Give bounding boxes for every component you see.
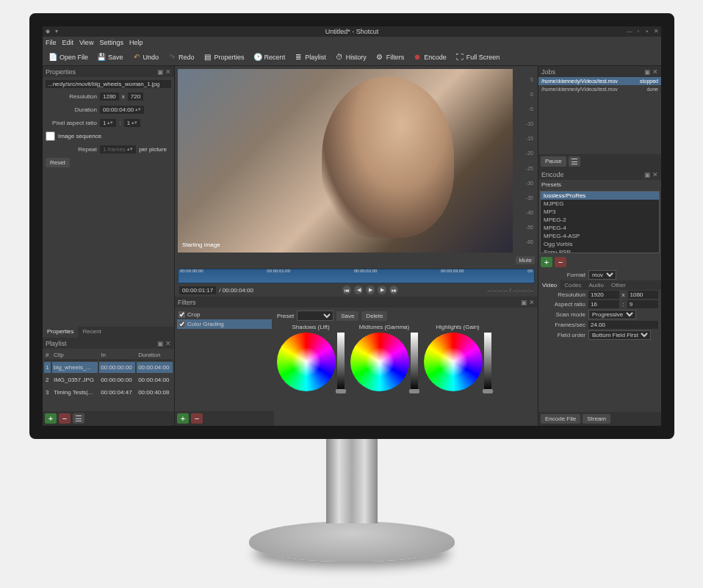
undock-icon[interactable]: ▣ — [521, 299, 527, 306]
undock-icon[interactable]: ▣ — [644, 68, 651, 76]
close-panel-icon[interactable]: ✕ — [652, 68, 658, 76]
tab-other[interactable]: Other — [608, 280, 630, 290]
menu-settings[interactable]: Settings — [99, 39, 123, 46]
filters-button[interactable]: ⚙Filters — [372, 51, 408, 63]
preset-item[interactable]: MP3 — [541, 208, 659, 216]
fastfwd-icon[interactable]: ▶ — [378, 286, 386, 294]
close-panel-icon[interactable]: ✕ — [652, 171, 658, 178]
luminance-slider[interactable] — [484, 333, 491, 391]
pause-button[interactable]: Pause — [541, 156, 566, 167]
close-panel-icon[interactable]: ✕ — [165, 340, 171, 347]
menu-file[interactable]: File — [46, 39, 57, 46]
open-file-button[interactable]: 📄Open File — [46, 51, 91, 63]
playlist-button[interactable]: ≣Playlist — [291, 51, 329, 63]
minimize-icon[interactable]: — — [626, 28, 633, 35]
repeat-field[interactable]: 1 frames▴▾ — [100, 145, 136, 153]
pin-icon[interactable]: ▾ — [53, 28, 60, 35]
field-select[interactable]: Bottom Field First — [588, 330, 651, 340]
enc-aspect-a[interactable]: 16 — [588, 300, 619, 308]
save-button[interactable]: 💾Save — [94, 51, 126, 63]
delete-preset-button[interactable]: Delete — [361, 311, 387, 321]
playlist-menu-button[interactable]: ☰ — [73, 413, 84, 424]
playlist-add-button[interactable]: + — [45, 413, 57, 424]
undo-button[interactable]: ↶Undo — [129, 51, 162, 63]
properties-button[interactable]: ▤Properties — [201, 51, 248, 63]
filter-checkbox[interactable] — [179, 321, 185, 327]
imgseq-checkbox[interactable] — [46, 131, 55, 141]
filter-add-button[interactable]: + — [177, 413, 189, 424]
par-b[interactable]: 1▴▾ — [124, 119, 140, 127]
save-preset-button[interactable]: Save — [336, 311, 358, 321]
close-panel-icon[interactable]: ✕ — [165, 68, 171, 76]
preset-list[interactable]: lossless/ProResMJPEGMP3MPEG-2MPEG-4MPEG-… — [540, 191, 660, 253]
preset-item[interactable]: MPEG-2 — [541, 216, 659, 224]
timeline[interactable]: 00:00:00:0000:00:01:0000:00:02:0000:00:0… — [178, 269, 535, 283]
res-height[interactable]: 720 — [128, 92, 143, 101]
hue-wheel[interactable] — [277, 333, 336, 391]
job-row[interactable]: /home/ddennedy/Videos/test.movstopped — [538, 77, 661, 85]
table-row[interactable]: 1blg_wheels_...00:00:00:0000:00:04:00 — [44, 362, 173, 373]
enc-aspect-b[interactable]: 9 — [627, 300, 658, 308]
enc-res-w[interactable]: 1920 — [588, 291, 619, 299]
job-row[interactable]: /home/ddennedy/Videos/test.movdone — [538, 85, 661, 93]
preset-add-button[interactable]: + — [541, 257, 552, 267]
tab-properties[interactable]: Properties — [43, 327, 78, 338]
recent-button[interactable]: 🕑Recent — [250, 51, 289, 63]
skip-end-icon[interactable]: ⏭ — [389, 286, 398, 294]
hue-wheel[interactable] — [350, 333, 409, 391]
preset-remove-button[interactable]: − — [555, 257, 566, 267]
preset-item[interactable]: MPEG-4 — [541, 224, 659, 232]
undock-icon[interactable]: ▣ — [157, 68, 164, 76]
tab-codec[interactable]: Codec — [560, 280, 585, 290]
mute-button[interactable]: Mute — [516, 256, 535, 264]
format-select[interactable]: mov — [588, 270, 616, 280]
restore-icon[interactable]: ▪ — [643, 28, 651, 35]
play-icon[interactable]: ▶ — [366, 286, 375, 294]
luminance-slider[interactable] — [411, 333, 418, 391]
undock-icon[interactable]: ▣ — [644, 171, 651, 178]
duration-field[interactable]: 00:00:04:00▴▾ — [100, 106, 144, 114]
maximize-icon[interactable]: ▫ — [635, 28, 642, 35]
full-screen-button[interactable]: ⛶Full Screen — [453, 51, 503, 63]
reset-button[interactable]: Reset — [46, 158, 70, 167]
filter-item-color-grading[interactable]: Color Grading — [177, 319, 272, 329]
luminance-slider[interactable] — [337, 333, 345, 391]
playlist-remove-button[interactable]: − — [59, 413, 71, 424]
preview-image[interactable]: Starting image — [178, 69, 513, 253]
preset-item[interactable]: Ogg Vorbis — [541, 240, 659, 248]
tab-audio[interactable]: Audio — [585, 280, 607, 290]
encode-button[interactable]: ⏺Encode — [410, 51, 450, 63]
preset-select[interactable] — [297, 311, 334, 321]
table-row[interactable]: 2IMG_0357.JPG00:00:00:0000:00:04:00 — [44, 374, 173, 385]
tab-video[interactable]: Video — [538, 280, 560, 290]
table-row[interactable]: 3Timing Tests|...00:00:04:4700:00:40:08 — [44, 387, 173, 398]
close-panel-icon[interactable]: ✕ — [529, 299, 535, 306]
hue-wheel[interactable] — [424, 333, 483, 391]
rewind-icon[interactable]: ◀ — [354, 286, 363, 294]
menu-help[interactable]: Help — [129, 39, 143, 46]
preset-item[interactable]: MJPEG — [541, 200, 659, 208]
filter-checkbox[interactable] — [179, 311, 185, 318]
close-icon[interactable]: ✕ — [652, 28, 660, 35]
encode-file-button[interactable]: Encode File — [541, 414, 580, 424]
filter-remove-button[interactable]: − — [191, 413, 203, 424]
time-current[interactable]: 00:00:01:17 — [179, 286, 216, 294]
menu-view[interactable]: View — [79, 39, 93, 46]
jobs-menu-button[interactable]: ☰ — [569, 156, 580, 167]
par-a[interactable]: 1▴▾ — [100, 119, 116, 127]
filter-item-crop[interactable]: Crop — [177, 310, 272, 319]
scan-select[interactable]: Progressive — [588, 310, 636, 319]
fps-field[interactable]: 24.00 — [588, 321, 658, 329]
res-width[interactable]: 1280 — [100, 92, 119, 101]
undock-icon[interactable]: ▣ — [157, 340, 164, 347]
history-button[interactable]: ⏱History — [332, 51, 369, 63]
skip-start-icon[interactable]: ⏮ — [342, 286, 351, 294]
stream-button[interactable]: Stream — [583, 414, 610, 424]
tab-recent[interactable]: Recent — [78, 327, 105, 338]
menu-edit[interactable]: Edit — [62, 39, 74, 46]
redo-button[interactable]: ↷Redo — [165, 51, 198, 63]
preset-item[interactable]: lossless/ProRes — [541, 192, 659, 200]
preset-item[interactable]: MPEG-4-ASP — [541, 232, 659, 240]
enc-res-h[interactable]: 1080 — [628, 291, 659, 299]
preset-item[interactable]: Sony-PSP — [541, 248, 659, 253]
